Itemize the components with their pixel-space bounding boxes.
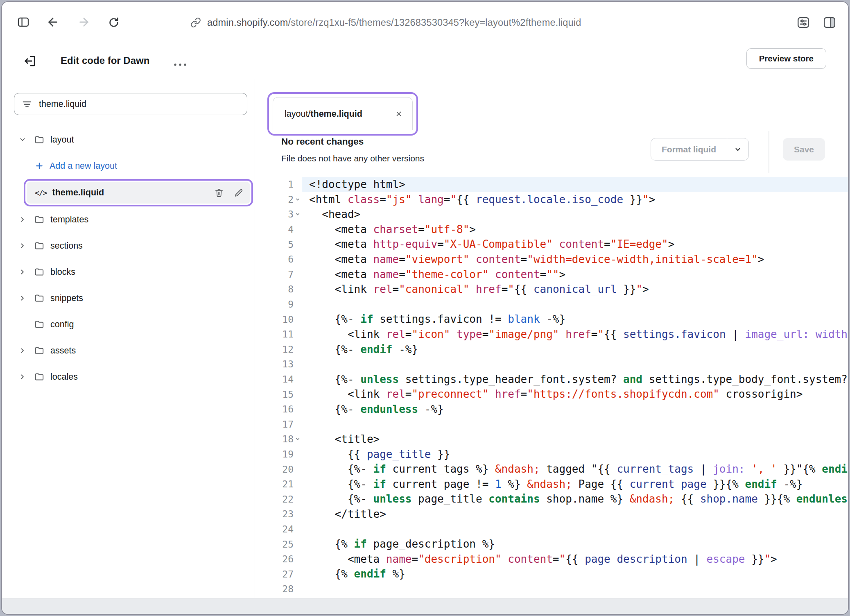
reload-icon[interactable] bbox=[108, 16, 120, 29]
add-new-layout-button[interactable]: Add a new layout bbox=[2, 153, 255, 179]
code-editor[interactable]: 1<!doctype html>2<html class="js" lang="… bbox=[255, 177, 848, 598]
preview-store-button[interactable]: Preview store bbox=[746, 48, 826, 69]
line-number: 17 bbox=[255, 417, 302, 432]
line-number: 8 bbox=[255, 282, 302, 297]
add-layout-label: Add a new layout bbox=[50, 161, 117, 171]
line-number: 21 bbox=[255, 477, 302, 492]
line-number: 5 bbox=[255, 237, 302, 252]
chevron-right-icon[interactable] bbox=[18, 242, 27, 250]
tree-item-config[interactable]: config bbox=[2, 311, 255, 337]
line-number: 10 bbox=[255, 312, 302, 327]
code-line: 19 {{ page_title }} bbox=[255, 447, 848, 462]
folder-icon bbox=[34, 293, 45, 303]
chevron-right-icon[interactable] bbox=[18, 294, 27, 302]
format-liquid-button[interactable]: Format liquid bbox=[651, 138, 749, 161]
fold-toggle-icon[interactable] bbox=[294, 436, 301, 442]
line-number: 12 bbox=[255, 342, 302, 357]
edit-icon[interactable] bbox=[234, 188, 244, 198]
save-button[interactable]: Save bbox=[783, 138, 825, 161]
chevron-down-icon[interactable] bbox=[727, 138, 748, 160]
tree-item-layout[interactable]: layout bbox=[2, 127, 255, 153]
tab-theme-liquid[interactable]: layout/theme.liquid bbox=[273, 97, 413, 130]
tree-item-assets[interactable]: assets bbox=[2, 337, 255, 364]
url-text: admin.shopify.com/store/rzq1xu-f5/themes… bbox=[207, 17, 581, 28]
code-line: 16 {%- endunless -%} bbox=[255, 402, 848, 417]
filter-icon bbox=[22, 99, 32, 109]
line-number: 27 bbox=[255, 566, 302, 582]
chevron-down-icon[interactable] bbox=[18, 136, 27, 144]
line-number: 25 bbox=[255, 537, 302, 552]
address-bar[interactable]: admin.shopify.com/store/rzq1xu-f5/themes… bbox=[190, 2, 581, 43]
fold-toggle-icon[interactable] bbox=[294, 196, 301, 203]
line-number: 3 bbox=[255, 207, 302, 222]
editor-main: layout/theme.liquid No recent changes Fi… bbox=[255, 79, 848, 598]
folder-label: locales bbox=[50, 372, 78, 382]
tree-item-sections[interactable]: sections bbox=[2, 233, 255, 259]
folder-label: snippets bbox=[50, 293, 83, 303]
folder-label: layout bbox=[50, 135, 74, 145]
code-file-icon: </> bbox=[35, 188, 47, 197]
divider bbox=[769, 131, 769, 173]
code-line: 7 <meta name="theme-color" content=""> bbox=[255, 267, 848, 282]
folder-label: assets bbox=[50, 346, 76, 356]
more-actions-icon[interactable] bbox=[173, 61, 187, 68]
code-line: 21 {%- if current_page != 1 %} &ndash; P… bbox=[255, 477, 848, 492]
browser-window: admin.shopify.com/store/rzq1xu-f5/themes… bbox=[1, 1, 849, 615]
exit-editor-icon[interactable] bbox=[23, 54, 37, 68]
sidebar-toggle-icon[interactable] bbox=[17, 16, 30, 29]
file-search-box[interactable] bbox=[14, 93, 247, 115]
close-icon[interactable] bbox=[394, 109, 403, 118]
annotation-highlight-file: </>theme.liquid bbox=[24, 179, 253, 206]
folder-label: sections bbox=[50, 241, 83, 251]
code-line: 11 <link rel="icon" type="image/png" hre… bbox=[255, 327, 848, 342]
back-icon[interactable] bbox=[46, 16, 59, 29]
folder-icon bbox=[34, 214, 45, 225]
tree-item-templates[interactable]: templates bbox=[2, 206, 255, 233]
split-view-icon[interactable] bbox=[823, 16, 836, 29]
format-liquid-label: Format liquid bbox=[651, 138, 727, 160]
code-line: 20 {%- if current_tags %} &ndash; tagged… bbox=[255, 462, 848, 477]
folder-icon bbox=[34, 371, 45, 382]
code-line: 17 bbox=[255, 417, 848, 432]
chevron-right-icon[interactable] bbox=[18, 268, 27, 276]
code-line: 10 {%- if settings.favicon != blank -%} bbox=[255, 312, 848, 327]
folder-icon bbox=[34, 345, 45, 356]
line-number: 9 bbox=[255, 297, 302, 312]
app-header: Edit code for Dawn Preview store bbox=[2, 43, 848, 79]
line-number: 1 bbox=[255, 177, 302, 192]
tree-item-blocks[interactable]: blocks bbox=[2, 259, 255, 285]
fold-toggle-icon[interactable] bbox=[294, 211, 301, 217]
line-number: 26 bbox=[255, 552, 302, 567]
search-input[interactable] bbox=[39, 99, 240, 109]
code-line: 22 {%- unless page_title contains shop.n… bbox=[255, 491, 848, 507]
tree-item-snippets[interactable]: snippets bbox=[2, 285, 255, 311]
code-line: 25 {% if page_description %} bbox=[255, 537, 848, 552]
code-line: 27 {% endif %} bbox=[255, 566, 848, 582]
line-number: 28 bbox=[255, 582, 302, 597]
tab-label: layout/theme.liquid bbox=[285, 109, 362, 119]
tree-item-locales[interactable]: locales bbox=[2, 364, 255, 390]
extensions-icon[interactable] bbox=[796, 16, 810, 29]
folder-label: templates bbox=[50, 215, 88, 225]
code-line: 9 bbox=[255, 297, 848, 312]
tree-item-theme-liquid[interactable]: </>theme.liquid bbox=[27, 182, 250, 204]
status-title: No recent changes bbox=[281, 136, 364, 147]
folder-icon bbox=[34, 319, 45, 330]
code-line: 6 <meta name="viewport" content="width=d… bbox=[255, 252, 848, 267]
delete-icon[interactable] bbox=[214, 188, 224, 198]
chevron-right-icon[interactable] bbox=[18, 373, 27, 381]
chevron-right-icon[interactable] bbox=[18, 346, 27, 355]
file-tree: layoutAdd a new layout</>theme.liquidtem… bbox=[2, 127, 255, 390]
line-number: 24 bbox=[255, 522, 302, 537]
code-line: 8 <link rel="canonical" href="{{ canonic… bbox=[255, 282, 848, 297]
code-line: 24 bbox=[255, 522, 848, 537]
line-number: 19 bbox=[255, 447, 302, 462]
file-sidebar: layoutAdd a new layout</>theme.liquidtem… bbox=[2, 79, 255, 598]
line-number: 14 bbox=[255, 372, 302, 387]
editor-status-bar: No recent changes File does not have any… bbox=[255, 130, 848, 177]
chevron-right-icon[interactable] bbox=[18, 215, 27, 224]
code-line: 12 {%- endif -%} bbox=[255, 342, 848, 357]
line-number: 6 bbox=[255, 252, 302, 267]
line-number: 20 bbox=[255, 462, 302, 477]
forward-icon[interactable] bbox=[77, 16, 90, 29]
